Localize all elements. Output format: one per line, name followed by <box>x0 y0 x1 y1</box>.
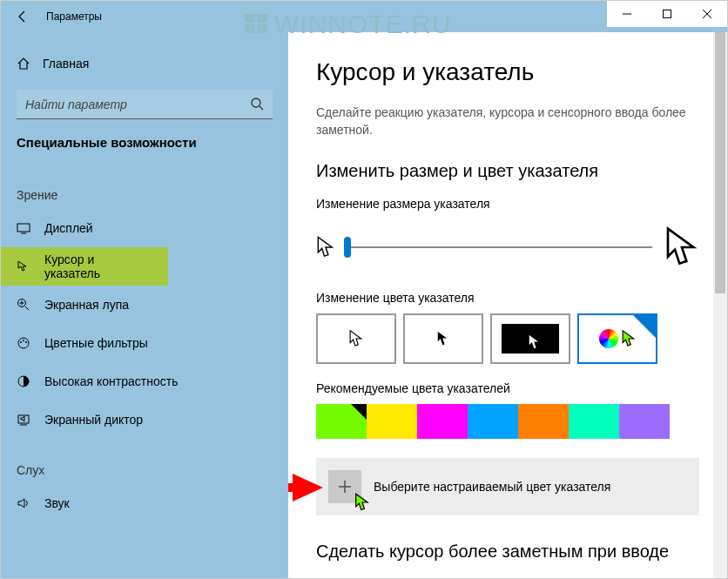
section-hearing-label: Слух <box>1 439 288 484</box>
pointer-size-slider-row <box>316 226 699 268</box>
magnifier-icon <box>17 298 30 312</box>
arrow-left-icon <box>16 10 30 24</box>
color-wheel-icon <box>599 329 618 348</box>
search-wrap <box>17 90 273 119</box>
sidebar-item-label: Курсор и указатель <box>44 252 152 280</box>
display-icon <box>17 221 30 235</box>
section-cursor-heading: Сделать курсор более заметным при вводе <box>316 542 699 562</box>
svg-point-18 <box>23 340 24 341</box>
svg-line-15 <box>25 306 29 310</box>
color-swatch[interactable] <box>569 404 619 439</box>
svg-point-19 <box>25 341 27 343</box>
sidebar-item-display[interactable]: Дисплей <box>1 209 288 247</box>
sidebar-item-narrator[interactable]: Экранный диктор <box>1 401 288 439</box>
window-title: Параметры <box>46 10 102 23</box>
main-panel: Курсор и указатель Сделайте реакцию указ… <box>288 32 727 578</box>
svg-point-16 <box>18 338 29 348</box>
pointer-color-invert[interactable] <box>490 313 570 364</box>
section-size-color-heading: Изменить размер и цвет указателя <box>316 161 699 181</box>
maximize-button[interactable] <box>647 1 687 27</box>
recommended-colors-label: Рекомендуемые цвета указателей <box>316 381 699 395</box>
sidebar-item-label: Экранный диктор <box>44 413 143 427</box>
sidebar: Главная Специальные возможности Зрение Д… <box>1 32 288 578</box>
pointer-green-icon <box>622 329 636 348</box>
scrollbar-thumb[interactable] <box>715 32 725 293</box>
titlebar: Параметры <box>1 1 727 32</box>
color-swatch[interactable] <box>468 404 518 439</box>
svg-marker-26 <box>293 474 323 502</box>
pointer-size-slider[interactable] <box>344 246 652 248</box>
sidebar-item-cursor[interactable]: Курсор и указатель <box>1 247 168 286</box>
pointer-size-label: Изменение размера указателя <box>316 197 699 211</box>
minimize-button[interactable] <box>607 1 647 27</box>
svg-line-9 <box>260 106 263 110</box>
pointer-color-black[interactable] <box>403 313 483 364</box>
svg-rect-10 <box>17 224 30 232</box>
pointer-white-icon <box>349 329 363 348</box>
pointer-color-custom[interactable] <box>577 313 657 364</box>
sidebar-item-label: Экранная лупа <box>44 298 129 312</box>
check-icon <box>644 316 654 327</box>
close-button[interactable] <box>687 1 727 27</box>
narrator-icon <box>17 413 30 427</box>
category-title: Специальные возможности <box>1 135 288 164</box>
pointer-color-label: Изменение цвета указателя <box>316 291 699 305</box>
color-swatch[interactable] <box>518 404 569 439</box>
svg-rect-1 <box>664 10 671 18</box>
pointer-color-options <box>316 313 699 364</box>
window-controls <box>607 1 727 27</box>
color-swatch[interactable] <box>367 404 417 439</box>
svg-point-8 <box>252 98 260 107</box>
check-icon <box>357 405 366 414</box>
scrollbar[interactable] <box>713 32 727 578</box>
pointer-invert-icon <box>528 333 542 352</box>
search-icon <box>250 97 264 111</box>
svg-point-17 <box>20 341 22 343</box>
home-icon <box>17 57 30 71</box>
home-button[interactable]: Главная <box>1 46 288 81</box>
color-swatch[interactable] <box>316 404 367 439</box>
pointer-small-icon <box>316 236 335 259</box>
cursor-hand-icon <box>17 259 30 273</box>
section-vision-label: Зрение <box>1 164 288 209</box>
custom-color-label: Выберите настраиваемый цвет указателя <box>374 480 610 494</box>
annotation-cursor-icon <box>354 493 370 512</box>
sidebar-item-label: Высокая контрастность <box>44 374 178 388</box>
sidebar-item-magnifier[interactable]: Экранная лупа <box>1 286 288 324</box>
sidebar-item-label: Звук <box>44 496 70 510</box>
page-description: Сделайте реакцию указателя, курсора и се… <box>316 104 699 138</box>
annotation-arrow <box>288 470 323 505</box>
sidebar-item-label: Дисплей <box>44 221 93 235</box>
search-input[interactable] <box>17 90 273 119</box>
sidebar-item-audio[interactable]: Звук <box>1 484 288 522</box>
pointer-color-white[interactable] <box>316 313 396 364</box>
sidebar-item-label: Цветные фильтры <box>44 336 148 350</box>
page-title: Курсор и указатель <box>316 58 699 86</box>
pointer-black-icon <box>436 329 450 348</box>
home-label: Главная <box>43 57 89 71</box>
custom-color-row[interactable]: Выберите настраиваемый цвет указателя <box>316 458 699 515</box>
speaker-icon <box>17 496 30 510</box>
slider-thumb[interactable] <box>344 237 351 258</box>
recommended-colors <box>316 404 671 439</box>
contrast-icon <box>17 374 30 388</box>
sidebar-item-high-contrast[interactable]: Высокая контрастность <box>1 362 288 401</box>
back-button[interactable] <box>1 1 44 32</box>
color-swatch[interactable] <box>619 404 670 439</box>
plus-icon <box>337 479 353 495</box>
color-swatch[interactable] <box>417 404 468 439</box>
palette-icon <box>17 336 30 350</box>
sidebar-item-color-filters[interactable]: Цветные фильтры <box>1 324 288 362</box>
pointer-large-icon <box>664 226 699 268</box>
